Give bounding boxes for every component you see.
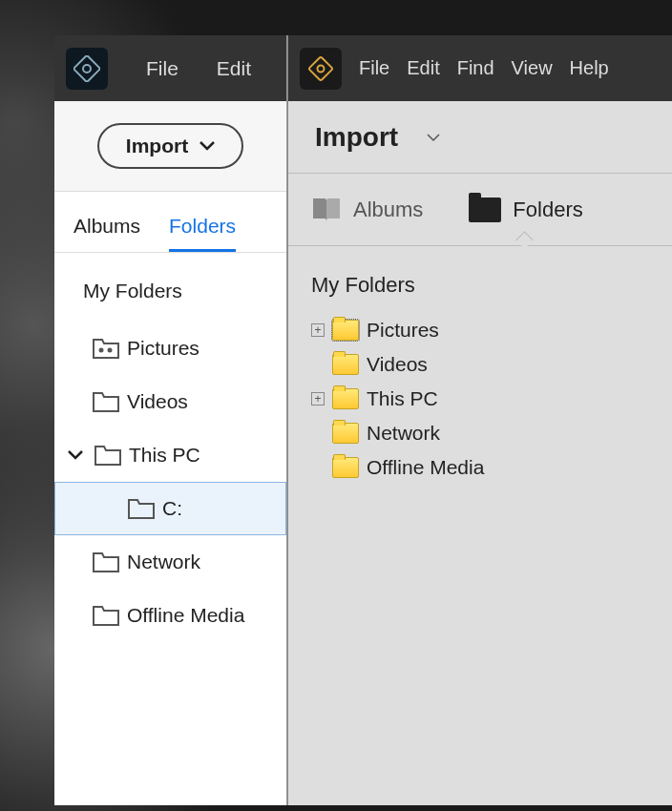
tree-label: Network: [367, 422, 440, 445]
tree-item-network[interactable]: Network: [54, 535, 286, 589]
folder-icon: [93, 391, 119, 412]
svg-point-1: [83, 65, 91, 73]
right-titlebar: File Edit Find View Help: [288, 35, 672, 101]
chevron-down-icon: [200, 141, 215, 151]
menu-file[interactable]: File: [359, 57, 389, 79]
tree-label: C:: [162, 497, 182, 520]
folder-icon: [332, 354, 359, 375]
tab-albums[interactable]: Albums: [74, 215, 140, 252]
tree-label: Pictures: [367, 319, 439, 342]
import-title: Import: [315, 122, 398, 153]
menu-view[interactable]: View: [512, 57, 553, 79]
tree-label: Videos: [367, 353, 428, 376]
expand-spacer: [311, 426, 325, 440]
svg-point-3: [108, 348, 113, 353]
tree-item-pictures[interactable]: Pictures: [54, 322, 286, 375]
folder-icon: [128, 498, 155, 519]
albums-icon: [311, 197, 342, 223]
folder-icon: [332, 320, 359, 341]
menu-edit[interactable]: Edit: [217, 57, 251, 80]
tree-label: Offline Media: [367, 456, 484, 479]
tree-item-pictures[interactable]: + Pictures: [311, 313, 672, 347]
tree-label: Network: [127, 551, 200, 573]
expand-icon[interactable]: +: [311, 323, 325, 337]
app-icon[interactable]: [300, 48, 342, 90]
expand-spacer: [311, 461, 325, 474]
tree-item-offline-media[interactable]: Offline Media: [311, 450, 672, 485]
tree-label: This PC: [129, 444, 200, 467]
tab-folders[interactable]: Folders: [169, 215, 236, 252]
import-bar: Import: [54, 101, 286, 192]
import-header: Import: [288, 101, 672, 174]
folder-icon: [469, 198, 501, 222]
folder-icon: [332, 457, 359, 478]
tree-item-network[interactable]: Network: [311, 416, 672, 450]
expand-icon[interactable]: +: [311, 392, 325, 406]
folder-icon: [94, 445, 121, 466]
menu-edit[interactable]: Edit: [407, 57, 439, 79]
tree-item-c-drive[interactable]: C:: [54, 482, 286, 535]
chevron-down-icon[interactable]: [66, 450, 85, 460]
tree-item-videos[interactable]: Videos: [311, 347, 672, 382]
tab-folders[interactable]: Folders: [446, 174, 605, 245]
section-my-folders: My Folders: [311, 273, 672, 298]
folder-icon: [332, 423, 359, 444]
tab-label: Folders: [513, 198, 582, 222]
tab-albums[interactable]: Albums: [288, 174, 446, 245]
tree-label: This PC: [367, 387, 438, 410]
import-button-label: Import: [126, 135, 188, 157]
folder-icon: [332, 388, 359, 409]
import-button[interactable]: Import: [97, 123, 243, 169]
right-tabs: Albums Folders: [288, 174, 672, 246]
left-tabs: Albums Folders: [54, 192, 286, 253]
tab-label: Albums: [353, 198, 423, 222]
left-folder-tree: My Folders Pictures Videos This PC: [54, 253, 286, 805]
section-my-folders: My Folders: [54, 272, 286, 322]
tree-label: Pictures: [127, 337, 200, 360]
svg-point-5: [318, 65, 325, 72]
app-icon[interactable]: [66, 48, 108, 90]
left-titlebar: File Edit: [54, 35, 286, 101]
menu-find[interactable]: Find: [457, 57, 494, 79]
right-app-window: File Edit Find View Help Import Albums F…: [287, 35, 672, 805]
expand-spacer: [311, 358, 325, 371]
tree-label: Videos: [127, 390, 188, 413]
folder-icon: [93, 605, 119, 626]
tree-item-thispc[interactable]: + This PC: [311, 382, 672, 416]
folder-icon: [93, 338, 119, 359]
tree-item-videos[interactable]: Videos: [54, 375, 286, 428]
left-app-window: File Edit Import Albums Folders My Folde…: [54, 35, 287, 805]
tree-item-thispc[interactable]: This PC: [54, 428, 286, 482]
right-folder-tree: My Folders + Pictures Videos + This PC N…: [288, 246, 672, 485]
chevron-down-icon[interactable]: [427, 133, 440, 142]
folder-icon: [93, 551, 119, 572]
svg-rect-0: [74, 55, 100, 82]
menu-help[interactable]: Help: [570, 57, 609, 79]
svg-rect-4: [308, 56, 332, 80]
menu-file[interactable]: File: [146, 57, 178, 80]
tree-item-offline-media[interactable]: Offline Media: [54, 589, 286, 642]
tree-label: Offline Media: [127, 604, 244, 627]
svg-point-2: [99, 348, 104, 353]
